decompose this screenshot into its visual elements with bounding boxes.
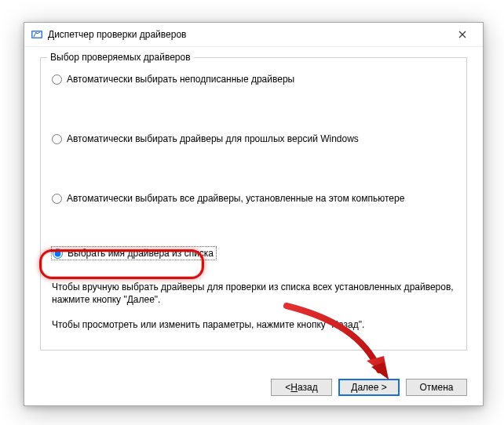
radio-from-list-label: Выбрать имя драйвера из списка bbox=[68, 248, 214, 259]
button-row: < Назад Далее > Отмена bbox=[271, 379, 467, 396]
back-button[interactable]: < Назад bbox=[271, 379, 332, 396]
back-button-u: Н bbox=[290, 382, 298, 393]
radio-unsigned-row[interactable]: Автоматически выбирать неподписанные дра… bbox=[52, 74, 455, 85]
radio-from-list-row[interactable]: Выбрать имя драйвера из списка bbox=[52, 246, 455, 260]
dialog-window: Диспетчер проверки драйверов Выбор прове… bbox=[24, 22, 484, 406]
cancel-button[interactable]: Отмена bbox=[406, 379, 467, 396]
radio-all-installed-label: Автоматически выбирать все драйверы, уст… bbox=[67, 193, 404, 204]
radio-old-windows-row[interactable]: Автоматически выбирать драйверы для прош… bbox=[52, 133, 455, 144]
radio-unsigned-label: Автоматически выбирать неподписанные дра… bbox=[67, 74, 294, 85]
close-button[interactable] bbox=[445, 24, 480, 45]
app-icon bbox=[31, 28, 43, 41]
radio-old-windows[interactable] bbox=[52, 134, 62, 144]
titlebar: Диспетчер проверки драйверов bbox=[24, 23, 483, 47]
next-button-rest: алее > bbox=[357, 382, 386, 393]
group-legend: Выбор проверяемых драйверов bbox=[47, 52, 194, 63]
client-area: Выбор проверяемых драйверов Автоматическ… bbox=[24, 46, 483, 405]
help-line-1: Чтобы вручную выбрать драйверы для прове… bbox=[52, 281, 455, 306]
radio-old-windows-label: Автоматически выбирать драйверы для прош… bbox=[67, 133, 359, 144]
window-title: Диспетчер проверки драйверов bbox=[48, 29, 445, 40]
next-button[interactable]: Далее > bbox=[338, 379, 400, 396]
cancel-button-label: Отмена bbox=[419, 382, 453, 393]
radio-unsigned[interactable] bbox=[52, 74, 62, 85]
back-button-rest: азад bbox=[298, 382, 318, 393]
radio-all-installed-row[interactable]: Автоматически выбирать все драйверы, уст… bbox=[52, 193, 455, 204]
driver-selection-group: Выбор проверяемых драйверов Автоматическ… bbox=[40, 57, 467, 351]
radio-all-installed[interactable] bbox=[52, 194, 62, 204]
back-button-prefix: < bbox=[285, 382, 290, 393]
help-line-2: Чтобы просмотреть или изменить параметры… bbox=[52, 318, 455, 331]
next-button-u: Д bbox=[351, 382, 357, 393]
radio-from-list[interactable] bbox=[53, 249, 63, 259]
help-text: Чтобы вручную выбрать драйверы для прове… bbox=[52, 281, 455, 332]
